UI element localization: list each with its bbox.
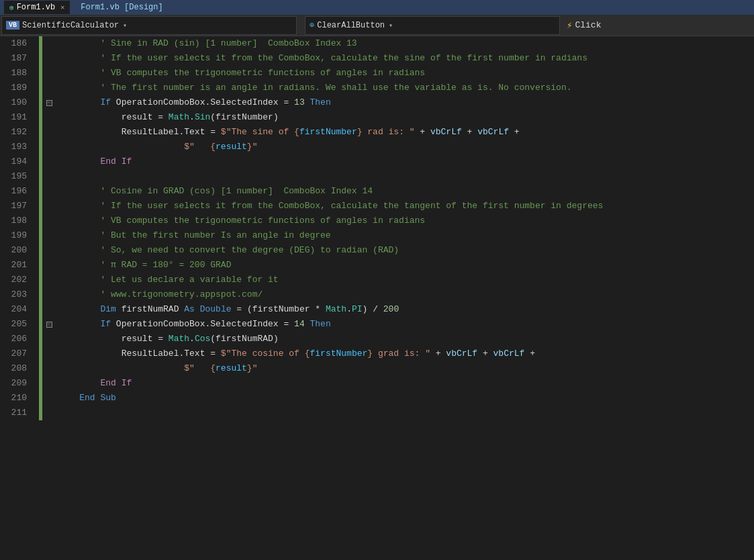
code-editor: 186 ' Sine in RAD (sin) [1 number] Combo… [0, 36, 754, 560]
line-row: 210 End Sub [0, 391, 754, 406]
gutter [32, 376, 39, 391]
gutter [32, 95, 39, 110]
line-number: 190 [0, 95, 32, 110]
line-number: 201 [0, 258, 32, 273]
gutter [32, 273, 39, 287]
collapse-margin [42, 125, 56, 140]
collapse-margin [42, 376, 56, 391]
line-row: 193 $" {result}" [0, 140, 754, 154]
gutter [32, 391, 39, 406]
code-content: ' VB computes the trigonometric function… [56, 66, 754, 81]
toolbar-left: VB ScientificCalculator ▾ [0, 16, 298, 35]
line-row: 199 ' But the first number Is an angle i… [0, 228, 754, 243]
gutter [32, 125, 39, 140]
gutter [32, 214, 39, 228]
line-row: 200 ' So, we need to convert the degree … [0, 243, 754, 258]
line-row: 197 ' If the user selects it from the Co… [0, 199, 754, 214]
collapse-margin [42, 287, 56, 302]
collapse-margin [42, 406, 56, 420]
line-number: 191 [0, 110, 32, 125]
gutter [32, 346, 39, 361]
line-number: 208 [0, 361, 32, 376]
gutter [32, 184, 39, 199]
line-number: 207 [0, 346, 32, 361]
collapse-button[interactable]: − [46, 322, 52, 328]
component-name: ScientificCalculator [22, 21, 119, 30]
code-content: result = Math.Cos(firstNumRAD) [56, 332, 754, 346]
tab-form1-label: Form1.vb [17, 3, 56, 12]
line-number: 199 [0, 228, 32, 243]
gutter [32, 361, 39, 376]
code-content: ' So, we need to convert the degree (DEG… [56, 243, 754, 258]
line-row: 209 End If [0, 376, 754, 391]
tab-vb-icon: ⊕ [9, 3, 14, 12]
collapse-button[interactable]: − [46, 100, 52, 106]
code-content: ' If the user selects it from the ComboB… [56, 199, 754, 214]
line-row: 187 ' If the user selects it from the Co… [0, 51, 754, 66]
editor-scroll[interactable]: 186 ' Sine in RAD (sin) [1 number] Combo… [0, 36, 754, 560]
line-number: 192 [0, 125, 32, 140]
tab-form1-design[interactable]: Form1.vb [Design] [75, 1, 168, 14]
gutter [32, 169, 39, 184]
collapse-margin[interactable]: − [42, 95, 56, 110]
component-dropdown-arrow: ▾ [123, 21, 127, 30]
line-row: 192 ResultLabel.Text = $"The sine of {fi… [0, 125, 754, 140]
line-row: 204 Dim firstNumRAD As Double = (firstNu… [0, 302, 754, 317]
collapse-margin [42, 169, 56, 184]
line-row: 205 − If OperationComboBox.SelectedIndex… [0, 317, 754, 332]
code-content: ' Let us declare a variable for it [56, 273, 754, 287]
collapse-margin [42, 302, 56, 317]
collapse-margin [42, 332, 56, 346]
tab-close-icon[interactable]: ✕ [60, 3, 64, 11]
gutter [32, 199, 39, 214]
collapse-margin [42, 228, 56, 243]
line-row: 202 ' Let us declare a variable for it [0, 273, 754, 287]
gutter [32, 36, 39, 51]
collapse-margin [42, 273, 56, 287]
line-number: 210 [0, 391, 32, 406]
toolbar: VB ScientificCalculator ▾ ⊕ ClearAllButt… [0, 15, 754, 36]
lightning-icon: ⚡ [567, 19, 572, 31]
line-row: 206 result = Math.Cos(firstNumRAD) [0, 332, 754, 346]
collapse-margin [42, 140, 56, 154]
line-row: 201 ' π RAD = 180° = 200 GRAD [0, 258, 754, 273]
collapse-margin [42, 361, 56, 376]
component-dropdown[interactable]: VB ScientificCalculator ▾ [1, 16, 297, 35]
keyword-if: If [100, 97, 111, 107]
keyword-endif: End If [100, 378, 132, 388]
gutter [32, 302, 39, 317]
line-row: 190 − If OperationComboBox.SelectedIndex… [0, 95, 754, 110]
keyword-if: If [100, 319, 111, 329]
code-content: $" {result}" [56, 361, 754, 376]
collapse-margin [42, 199, 56, 214]
code-content: ' π RAD = 180° = 200 GRAD [56, 258, 754, 273]
code-content: result = Math.Sin(firstNumber) [56, 110, 754, 125]
line-row: 203 ' www.trigonometry.appspot.com/ [0, 287, 754, 302]
gutter [32, 258, 39, 273]
code-content: If OperationComboBox.SelectedIndex = 14 … [56, 317, 754, 332]
line-row: 211 [0, 406, 754, 420]
collapse-margin[interactable]: − [42, 317, 56, 332]
tab-form1-vb[interactable]: ⊕ Form1.vb ✕ [4, 1, 70, 14]
code-content: End If [56, 154, 754, 169]
keyword-endsub: End Sub [79, 393, 116, 403]
line-row: 195 [0, 169, 754, 184]
gutter [32, 332, 39, 346]
code-content [56, 406, 754, 420]
line-number: 204 [0, 302, 32, 317]
line-row: 188 ' VB computes the trigonometric func… [0, 66, 754, 81]
collapse-margin [42, 391, 56, 406]
line-row: 194 End If [0, 154, 754, 169]
code-content: ' But the first number Is an angle in de… [56, 228, 754, 243]
comment-text: ' Sine in RAD (sin) [1 number] ComboBox … [58, 38, 357, 48]
gutter [32, 81, 39, 95]
collapse-margin [42, 258, 56, 273]
code-content: End If [56, 376, 754, 391]
collapse-margin [42, 51, 56, 66]
collapse-margin [42, 110, 56, 125]
line-number: 209 [0, 376, 32, 391]
event-dropdown[interactable]: ⊕ ClearAllButton ▾ [305, 16, 560, 35]
code-content: ' VB computes the trigonometric function… [56, 214, 754, 228]
collapse-margin [42, 184, 56, 199]
event-source: ClearAllButton [317, 21, 385, 30]
